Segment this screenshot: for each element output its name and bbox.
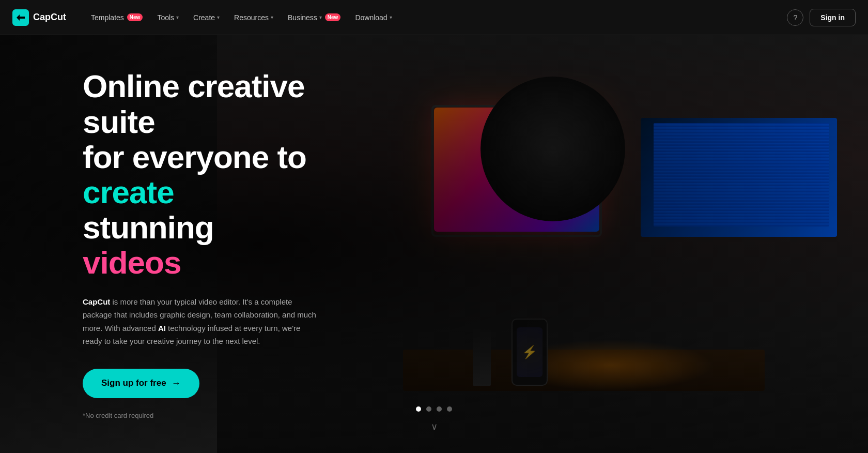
nav-items: Templates New Tools ▾ Create ▾ Resources…: [85, 9, 787, 26]
create-chevron: ▾: [217, 14, 220, 20]
carousel-dot-1[interactable]: [416, 406, 421, 412]
capcut-logo-icon: [12, 9, 29, 26]
carousel-dot-4[interactable]: [447, 406, 452, 412]
nav-item-business[interactable]: Business ▾ New: [282, 9, 347, 26]
hero-section: ⚡ Online creative suite for everyone to …: [0, 35, 868, 453]
title-line2-prefix: for everyone to: [83, 139, 306, 175]
nav-item-download[interactable]: Download ▾: [349, 9, 398, 26]
brand-logo[interactable]: CapCut: [12, 9, 66, 26]
hero-title: Online creative suite for everyone to cr…: [83, 69, 320, 280]
templates-new-badge: New: [127, 13, 143, 21]
carousel-dot-2[interactable]: [426, 406, 431, 412]
cta-arrow-icon: →: [172, 378, 181, 389]
help-button[interactable]: ?: [787, 9, 803, 26]
nav-right: ? Sign in: [787, 9, 856, 26]
nav-item-templates[interactable]: Templates New: [85, 9, 149, 26]
navbar: CapCut Templates New Tools ▾ Create ▾ Re…: [0, 0, 868, 35]
carousel-dots: [416, 406, 452, 412]
tools-chevron: ▾: [176, 14, 179, 20]
no-credit-card-text: *No credit card required: [83, 412, 320, 419]
business-new-badge: New: [325, 13, 341, 21]
resources-chevron: ▾: [271, 14, 273, 20]
signup-cta-button[interactable]: Sign up for free →: [83, 369, 199, 398]
nav-item-create[interactable]: Create ▾: [187, 9, 226, 26]
download-chevron: ▾: [390, 14, 392, 20]
business-chevron: ▾: [319, 14, 322, 20]
nav-item-resources[interactable]: Resources ▾: [228, 9, 280, 26]
title-line1: Online creative suite: [83, 68, 305, 139]
scroll-down-indicator[interactable]: ∨: [431, 421, 438, 432]
title-line3: stunning: [83, 209, 214, 245]
signin-button[interactable]: Sign in: [810, 9, 856, 26]
nav-item-tools[interactable]: Tools ▾: [151, 9, 185, 26]
hero-description: CapCut is more than your typical video e…: [83, 295, 320, 348]
hero-content: Online creative suite for everyone to cr…: [0, 69, 320, 419]
carousel-dot-3[interactable]: [437, 406, 442, 412]
title-line3-highlight: videos: [83, 245, 181, 280]
brand-name: CapCut: [33, 12, 66, 23]
title-line2-highlight: create: [83, 174, 174, 210]
